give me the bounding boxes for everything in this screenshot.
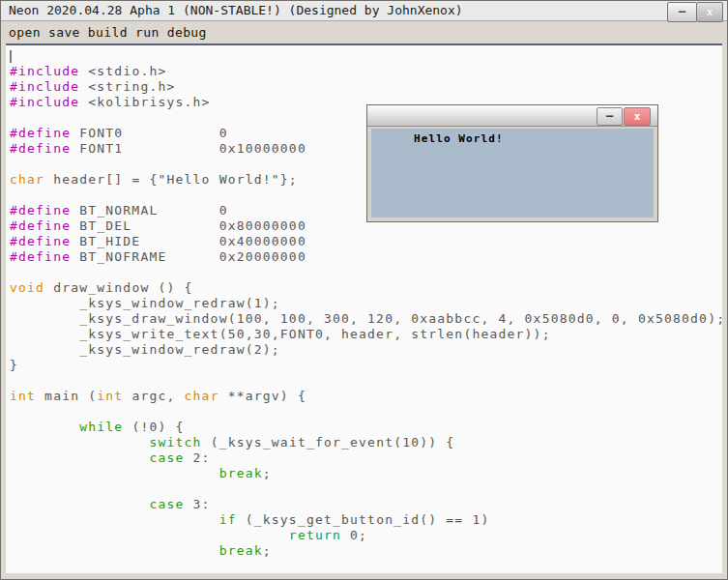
code-line: void draw_window () { (10, 280, 722, 296)
code-line (10, 404, 722, 420)
neon-ide-window: Neon 2020.04.28 Apha 1 (NON-STABLE!) (De… (0, 0, 728, 580)
app-close-icon: x (634, 110, 641, 123)
minimize-icon: – (679, 5, 685, 18)
text-cursor (10, 50, 12, 63)
code-line (10, 373, 722, 389)
code-line: break; (10, 543, 722, 559)
app-minimize-icon: – (606, 109, 613, 123)
code-line: _ksys_window_redraw(1); (10, 296, 722, 311)
code-line: #define BT_HIDE 0x40000000 (10, 234, 722, 249)
code-line: case 3: (10, 497, 722, 512)
code-line: } (10, 358, 722, 373)
menu-bar: opensavebuildrundebug (1, 21, 727, 44)
app-client-area: Hello World! (371, 129, 654, 218)
code-line: break; (10, 466, 722, 481)
code-line: while (!0) { (10, 420, 722, 435)
code-line: #define BT_NOFRAME 0x20000000 (10, 249, 722, 265)
menu-item-save[interactable]: save (48, 25, 80, 40)
app-header-text: Hello World! (414, 132, 504, 145)
app-close-button[interactable]: x (624, 107, 651, 126)
app-minimize-button[interactable]: – (597, 107, 623, 126)
hello-world-app-window[interactable]: – x Hello World! (366, 104, 658, 222)
code-line: #include <string.h> (10, 79, 722, 95)
code-line (10, 265, 722, 280)
code-line: _ksys_draw_window(100, 100, 300, 120, 0x… (10, 311, 722, 327)
code-line: switch (_ksys_wait_for_event(10)) { (10, 435, 722, 450)
minimize-button[interactable]: – (667, 2, 697, 22)
app-title-bar[interactable]: – x (367, 105, 657, 127)
close-icon: x (707, 6, 713, 18)
title-bar[interactable]: Neon 2020.04.28 Apha 1 (NON-STABLE!) (De… (1, 1, 727, 21)
menu-item-open[interactable]: open (9, 25, 41, 40)
code-line: return 0; (10, 528, 722, 543)
window-title: Neon 2020.04.28 Apha 1 (NON-STABLE!) (De… (9, 1, 463, 20)
menu-item-build[interactable]: build (88, 25, 128, 40)
code-line: _ksys_window_redraw(2); (10, 342, 722, 358)
code-line: #include <stdio.h> (10, 64, 722, 79)
code-line: case 2: (10, 450, 722, 466)
app-window-frame: Hello World! (367, 127, 657, 221)
code-line (10, 481, 722, 497)
code-line: _ksys_write_text(50,30,FONT0, header, st… (10, 327, 722, 342)
menu-item-run[interactable]: run (135, 25, 160, 40)
close-button[interactable]: x (696, 2, 723, 22)
menu-item-debug[interactable]: debug (167, 25, 207, 40)
code-line: if (_ksys_get_button_id() == 1) (10, 512, 722, 528)
code-line (10, 48, 722, 64)
code-line: int main (int argc, char **argv) { (10, 389, 722, 404)
